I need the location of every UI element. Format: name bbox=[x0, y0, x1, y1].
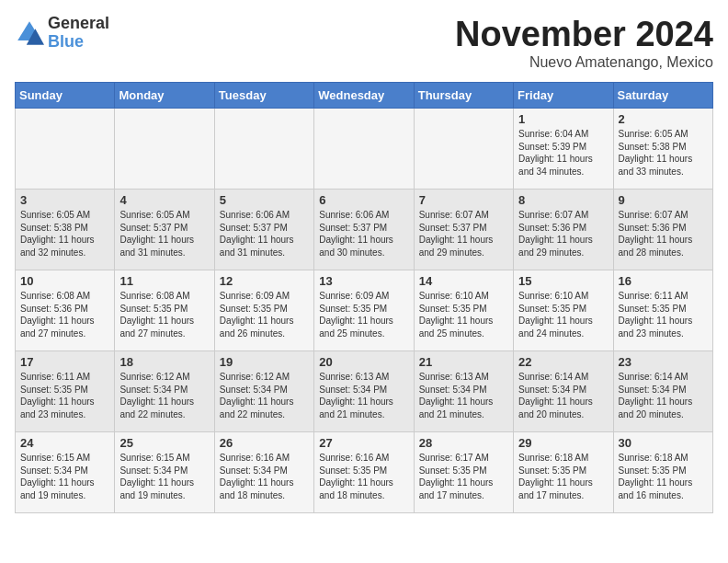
day-info: Sunrise: 6:13 AM Sunset: 5:34 PM Dayligh… bbox=[419, 371, 508, 420]
calendar-cell: 13Sunrise: 6:09 AM Sunset: 5:35 PM Dayli… bbox=[314, 270, 414, 351]
day-info: Sunrise: 6:07 AM Sunset: 5:36 PM Dayligh… bbox=[518, 209, 608, 259]
day-number: 10 bbox=[20, 274, 109, 288]
day-number: 11 bbox=[119, 274, 209, 288]
day-number: 7 bbox=[419, 193, 508, 207]
calendar-cell bbox=[414, 109, 513, 190]
day-number: 15 bbox=[518, 274, 608, 288]
calendar-cell: 5Sunrise: 6:06 AM Sunset: 5:37 PM Daylig… bbox=[214, 190, 313, 270]
day-number: 1 bbox=[518, 112, 608, 126]
calendar-cell: 27Sunrise: 6:16 AM Sunset: 5:35 PM Dayli… bbox=[314, 432, 414, 513]
calendar-cell: 4Sunrise: 6:05 AM Sunset: 5:37 PM Daylig… bbox=[115, 190, 214, 270]
calendar-body: 1Sunrise: 6:04 AM Sunset: 5:39 PM Daylig… bbox=[16, 109, 713, 513]
day-info: Sunrise: 6:07 AM Sunset: 5:37 PM Dayligh… bbox=[419, 209, 508, 259]
calendar-cell: 11Sunrise: 6:08 AM Sunset: 5:35 PM Dayli… bbox=[115, 270, 214, 351]
day-info: Sunrise: 6:05 AM Sunset: 5:38 PM Dayligh… bbox=[20, 209, 109, 259]
day-info: Sunrise: 6:14 AM Sunset: 5:34 PM Dayligh… bbox=[518, 371, 608, 420]
day-info: Sunrise: 6:14 AM Sunset: 5:34 PM Dayligh… bbox=[619, 371, 708, 420]
calendar-cell: 22Sunrise: 6:14 AM Sunset: 5:34 PM Dayli… bbox=[514, 351, 613, 432]
calendar-cell: 15Sunrise: 6:10 AM Sunset: 5:35 PM Dayli… bbox=[514, 270, 613, 351]
calendar-cell bbox=[314, 109, 414, 190]
day-number: 5 bbox=[220, 193, 309, 207]
calendar-cell: 6Sunrise: 6:06 AM Sunset: 5:37 PM Daylig… bbox=[314, 190, 414, 270]
day-info: Sunrise: 6:18 AM Sunset: 5:35 PM Dayligh… bbox=[518, 452, 608, 501]
week-row-4: 24Sunrise: 6:15 AM Sunset: 5:34 PM Dayli… bbox=[16, 432, 713, 513]
logo-icon bbox=[15, 18, 44, 48]
calendar-cell: 7Sunrise: 6:07 AM Sunset: 5:37 PM Daylig… bbox=[414, 190, 513, 270]
day-info: Sunrise: 6:16 AM Sunset: 5:35 PM Dayligh… bbox=[319, 452, 408, 501]
calendar-cell: 29Sunrise: 6:18 AM Sunset: 5:35 PM Dayli… bbox=[514, 432, 613, 513]
logo-text: General Blue bbox=[48, 15, 109, 52]
day-number: 22 bbox=[518, 355, 608, 369]
day-info: Sunrise: 6:13 AM Sunset: 5:34 PM Dayligh… bbox=[319, 371, 408, 420]
calendar-cell: 21Sunrise: 6:13 AM Sunset: 5:34 PM Dayli… bbox=[414, 351, 513, 432]
week-row-3: 17Sunrise: 6:11 AM Sunset: 5:35 PM Dayli… bbox=[16, 351, 713, 432]
location-title: Nuevo Amatenango, Mexico bbox=[455, 54, 713, 71]
calendar-cell: 19Sunrise: 6:12 AM Sunset: 5:34 PM Dayli… bbox=[214, 351, 313, 432]
day-info: Sunrise: 6:05 AM Sunset: 5:37 PM Dayligh… bbox=[119, 209, 209, 259]
calendar-cell: 20Sunrise: 6:13 AM Sunset: 5:34 PM Dayli… bbox=[314, 351, 414, 432]
day-info: Sunrise: 6:16 AM Sunset: 5:34 PM Dayligh… bbox=[220, 452, 309, 501]
header-tuesday: Tuesday bbox=[214, 83, 313, 109]
day-info: Sunrise: 6:05 AM Sunset: 5:38 PM Dayligh… bbox=[619, 128, 708, 178]
day-number: 4 bbox=[119, 193, 209, 207]
calendar-table: SundayMondayTuesdayWednesdayThursdayFrid… bbox=[15, 82, 713, 513]
calendar-cell: 17Sunrise: 6:11 AM Sunset: 5:35 PM Dayli… bbox=[16, 351, 115, 432]
day-number: 19 bbox=[220, 355, 309, 369]
header-saturday: Saturday bbox=[613, 83, 712, 109]
calendar-cell: 24Sunrise: 6:15 AM Sunset: 5:34 PM Dayli… bbox=[16, 432, 115, 513]
day-info: Sunrise: 6:11 AM Sunset: 5:35 PM Dayligh… bbox=[20, 371, 109, 420]
day-number: 21 bbox=[419, 355, 508, 369]
day-info: Sunrise: 6:09 AM Sunset: 5:35 PM Dayligh… bbox=[220, 290, 309, 339]
day-number: 12 bbox=[220, 274, 309, 288]
logo: General Blue bbox=[15, 15, 109, 52]
calendar-cell: 3Sunrise: 6:05 AM Sunset: 5:38 PM Daylig… bbox=[16, 190, 115, 270]
day-number: 28 bbox=[419, 436, 508, 450]
day-info: Sunrise: 6:12 AM Sunset: 5:34 PM Dayligh… bbox=[119, 371, 209, 420]
calendar-header: SundayMondayTuesdayWednesdayThursdayFrid… bbox=[16, 83, 713, 109]
day-number: 26 bbox=[220, 436, 309, 450]
day-info: Sunrise: 6:10 AM Sunset: 5:35 PM Dayligh… bbox=[419, 290, 508, 339]
logo-general: General bbox=[48, 15, 109, 33]
calendar-cell: 16Sunrise: 6:11 AM Sunset: 5:35 PM Dayli… bbox=[613, 270, 712, 351]
day-info: Sunrise: 6:09 AM Sunset: 5:35 PM Dayligh… bbox=[319, 290, 408, 339]
calendar-cell: 10Sunrise: 6:08 AM Sunset: 5:36 PM Dayli… bbox=[16, 270, 115, 351]
week-row-2: 10Sunrise: 6:08 AM Sunset: 5:36 PM Dayli… bbox=[16, 270, 713, 351]
day-info: Sunrise: 6:17 AM Sunset: 5:35 PM Dayligh… bbox=[419, 452, 508, 501]
day-info: Sunrise: 6:11 AM Sunset: 5:35 PM Dayligh… bbox=[619, 290, 708, 339]
calendar-cell: 9Sunrise: 6:07 AM Sunset: 5:36 PM Daylig… bbox=[613, 190, 712, 270]
day-number: 9 bbox=[619, 193, 708, 207]
day-number: 13 bbox=[319, 274, 408, 288]
day-number: 23 bbox=[619, 355, 708, 369]
calendar-cell: 1Sunrise: 6:04 AM Sunset: 5:39 PM Daylig… bbox=[514, 109, 613, 190]
day-info: Sunrise: 6:15 AM Sunset: 5:34 PM Dayligh… bbox=[119, 452, 209, 501]
calendar-cell: 2Sunrise: 6:05 AM Sunset: 5:38 PM Daylig… bbox=[613, 109, 712, 190]
calendar-cell: 23Sunrise: 6:14 AM Sunset: 5:34 PM Dayli… bbox=[613, 351, 712, 432]
calendar-cell bbox=[214, 109, 313, 190]
day-number: 24 bbox=[20, 436, 109, 450]
header-row: SundayMondayTuesdayWednesdayThursdayFrid… bbox=[16, 83, 713, 109]
day-number: 30 bbox=[619, 436, 708, 450]
day-number: 18 bbox=[119, 355, 209, 369]
calendar-cell: 8Sunrise: 6:07 AM Sunset: 5:36 PM Daylig… bbox=[514, 190, 613, 270]
day-number: 27 bbox=[319, 436, 408, 450]
day-info: Sunrise: 6:12 AM Sunset: 5:34 PM Dayligh… bbox=[220, 371, 309, 420]
header-wednesday: Wednesday bbox=[314, 83, 414, 109]
day-info: Sunrise: 6:10 AM Sunset: 5:35 PM Dayligh… bbox=[518, 290, 608, 339]
week-row-1: 3Sunrise: 6:05 AM Sunset: 5:38 PM Daylig… bbox=[16, 190, 713, 270]
day-info: Sunrise: 6:07 AM Sunset: 5:36 PM Dayligh… bbox=[619, 209, 708, 259]
calendar-cell: 12Sunrise: 6:09 AM Sunset: 5:35 PM Dayli… bbox=[214, 270, 313, 351]
day-number: 2 bbox=[619, 112, 708, 126]
month-title: November 2024 bbox=[455, 15, 713, 54]
day-number: 6 bbox=[319, 193, 408, 207]
header-sunday: Sunday bbox=[16, 83, 115, 109]
day-number: 3 bbox=[20, 193, 109, 207]
day-number: 25 bbox=[119, 436, 209, 450]
day-info: Sunrise: 6:08 AM Sunset: 5:35 PM Dayligh… bbox=[119, 290, 209, 339]
header-thursday: Thursday bbox=[414, 83, 513, 109]
calendar-cell: 30Sunrise: 6:18 AM Sunset: 5:35 PM Dayli… bbox=[613, 432, 712, 513]
calendar-cell bbox=[115, 109, 214, 190]
day-number: 8 bbox=[518, 193, 608, 207]
day-number: 29 bbox=[518, 436, 608, 450]
page-header: General Blue November 2024 Nuevo Amatena… bbox=[15, 15, 713, 71]
calendar-cell: 14Sunrise: 6:10 AM Sunset: 5:35 PM Dayli… bbox=[414, 270, 513, 351]
